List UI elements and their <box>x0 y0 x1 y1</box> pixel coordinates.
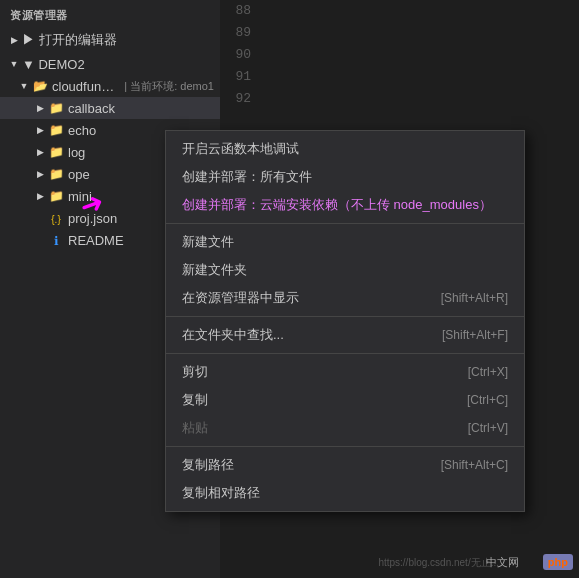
callback-label: callback <box>68 101 214 116</box>
menu-debug-label: 开启云函数本地调试 <box>182 140 508 158</box>
echo-arrow <box>32 122 48 138</box>
menu-item-copy-path[interactable]: 复制路径 [Shift+Alt+C] <box>166 451 524 479</box>
echo-folder-icon <box>48 122 64 138</box>
demo2-arrow <box>6 56 22 72</box>
context-menu: 开启云函数本地调试 创建并部署：所有文件 创建并部署：云端安装依赖（不上传 no… <box>165 130 525 512</box>
open-editors-toggle[interactable]: ▶ 打开的编辑器 <box>0 29 220 51</box>
proj-icon <box>48 210 64 226</box>
line-88: 88 <box>229 0 251 22</box>
ope-arrow <box>32 166 48 182</box>
readme-icon <box>48 232 64 248</box>
menu-paste-shortcut: [Ctrl+V] <box>448 421 508 435</box>
open-editors-label: ▶ 打开的编辑器 <box>22 31 214 49</box>
menu-item-new-file[interactable]: 新建文件 <box>166 228 524 256</box>
menu-item-reveal[interactable]: 在资源管理器中显示 [Shift+Alt+R] <box>166 284 524 312</box>
menu-find-label: 在文件夹中查找... <box>182 326 422 344</box>
menu-item-cut[interactable]: 剪切 [Ctrl+X] <box>166 358 524 386</box>
callback-item[interactable]: callback <box>0 97 220 119</box>
line-92: 92 <box>229 88 251 110</box>
line-numbers: 88 89 90 91 92 <box>229 0 259 110</box>
ope-folder-icon <box>48 166 64 182</box>
env-label: | 当前环境: demo1 <box>124 79 214 94</box>
menu-paste-label: 粘贴 <box>182 419 448 437</box>
menu-sep-2 <box>166 316 524 317</box>
menu-item-deploy-cloud[interactable]: 创建并部署：云端安装依赖（不上传 node_modules） <box>166 191 524 219</box>
menu-sep-3 <box>166 353 524 354</box>
menu-item-paste[interactable]: 粘贴 [Ctrl+V] <box>166 414 524 442</box>
menu-deploy-all-label: 创建并部署：所有文件 <box>182 168 508 186</box>
line-90: 90 <box>229 44 251 66</box>
menu-sep-4 <box>166 446 524 447</box>
demo2-toggle[interactable]: ▼ DEMO2 <box>0 53 220 75</box>
menu-reveal-label: 在资源管理器中显示 <box>182 289 421 307</box>
menu-new-folder-label: 新建文件夹 <box>182 261 508 279</box>
callback-folder-icon <box>48 100 64 116</box>
menu-item-new-folder[interactable]: 新建文件夹 <box>166 256 524 284</box>
menu-copy-rel-path-label: 复制相对路径 <box>182 484 508 502</box>
cloudfunctions-folder-icon <box>32 78 48 94</box>
menu-cut-shortcut: [Ctrl+X] <box>448 365 508 379</box>
menu-find-shortcut: [Shift+Alt+F] <box>422 328 508 342</box>
proj-spacer <box>32 210 48 226</box>
menu-item-debug[interactable]: 开启云函数本地调试 <box>166 135 524 163</box>
mini-folder-icon <box>48 188 64 204</box>
sidebar-header: 资源管理器 <box>0 0 220 27</box>
cloudfunctions-label: cloudfunctions <box>52 79 120 94</box>
menu-new-file-label: 新建文件 <box>182 233 508 251</box>
line-89: 89 <box>229 22 251 44</box>
menu-deploy-cloud-label: 创建并部署：云端安装依赖（不上传 node_modules） <box>182 196 508 214</box>
open-editors-arrow <box>6 32 22 48</box>
cloudfunctions-arrow <box>16 78 32 94</box>
menu-reveal-shortcut: [Shift+Alt+R] <box>421 291 508 305</box>
log-arrow <box>32 144 48 160</box>
demo2-label: ▼ DEMO2 <box>22 57 214 72</box>
menu-item-copy[interactable]: 复制 [Ctrl+C] <box>166 386 524 414</box>
open-editors-section: ▶ 打开的编辑器 <box>0 27 220 53</box>
menu-item-find[interactable]: 在文件夹中查找... [Shift+Alt+F] <box>166 321 524 349</box>
callback-arrow <box>32 100 48 116</box>
menu-item-deploy-all[interactable]: 创建并部署：所有文件 <box>166 163 524 191</box>
php-badge: php <box>543 554 573 570</box>
cn-badge: 中文网 <box>486 555 519 570</box>
menu-sep-1 <box>166 223 524 224</box>
menu-item-copy-rel-path[interactable]: 复制相对路径 <box>166 479 524 507</box>
menu-copy-shortcut: [Ctrl+C] <box>447 393 508 407</box>
menu-cut-label: 剪切 <box>182 363 448 381</box>
menu-copy-path-label: 复制路径 <box>182 456 421 474</box>
readme-spacer <box>32 232 48 248</box>
line-91: 91 <box>229 66 251 88</box>
watermark-url: https://blog.csdn.net/无止... <box>378 556 499 570</box>
menu-copy-label: 复制 <box>182 391 447 409</box>
mini-arrow <box>32 188 48 204</box>
log-folder-icon <box>48 144 64 160</box>
menu-copy-path-shortcut: [Shift+Alt+C] <box>421 458 508 472</box>
cloudfunctions-item[interactable]: cloudfunctions | 当前环境: demo1 <box>0 75 220 97</box>
